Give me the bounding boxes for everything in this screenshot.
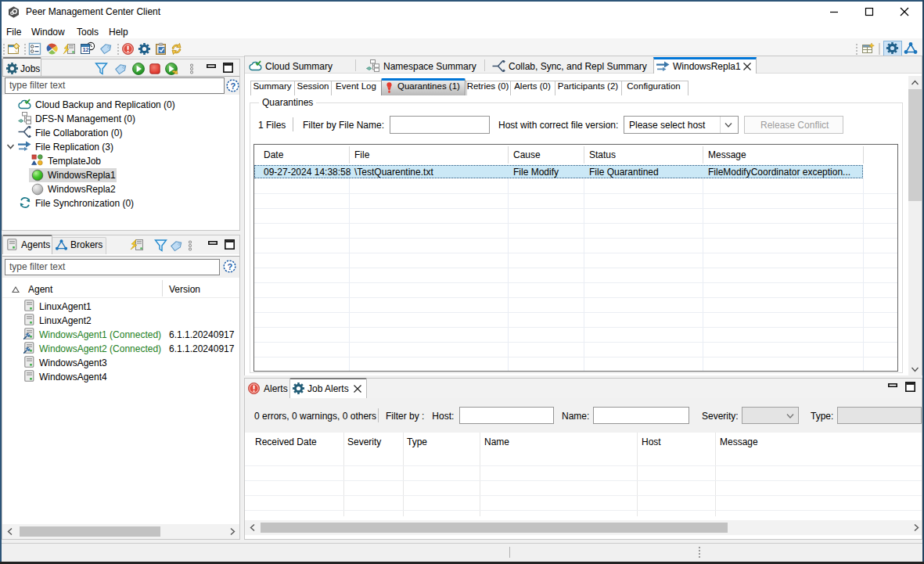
svg-text:?: ? bbox=[230, 81, 235, 91]
svg-text:12: 12 bbox=[82, 46, 88, 53]
svg-text:?: ? bbox=[227, 262, 232, 271]
